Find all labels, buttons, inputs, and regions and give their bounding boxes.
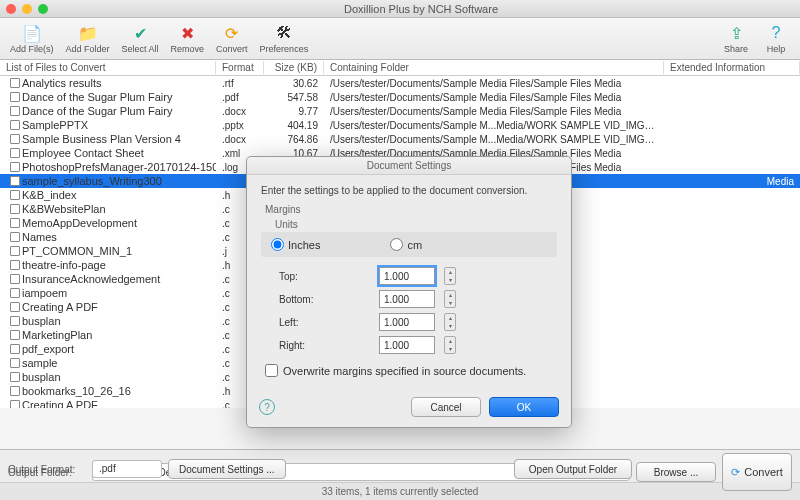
margins-group-label: Margins [265, 204, 557, 215]
dialog-title: Document Settings [247, 157, 571, 175]
maximize-icon[interactable] [38, 4, 48, 14]
bottom-input[interactable] [379, 290, 435, 308]
file-icon [10, 386, 20, 396]
inches-radio-input[interactable] [271, 238, 284, 251]
file-format: .pdf [216, 92, 264, 103]
col-name[interactable]: List of Files to Convert [0, 61, 216, 74]
table-row[interactable]: Analytics results.rtf30.62/Users/tester/… [0, 76, 800, 90]
file-name: bookmarks_10_26_16 [22, 385, 131, 397]
share-icon: ⇪ [726, 23, 746, 43]
file-name: Employee Contact Sheet [22, 147, 144, 159]
cm-radio[interactable]: cm [390, 238, 422, 251]
file-folder: /Users/tester/Documents/Sample M...Media… [324, 120, 664, 131]
select-all-button[interactable]: ✔Select All [116, 21, 165, 56]
right-label: Right: [279, 340, 369, 351]
file-name: busplan [22, 315, 61, 327]
overwrite-checkbox-input[interactable] [265, 364, 278, 377]
document-settings-button[interactable]: Document Settings ... [168, 459, 286, 479]
file-name: PhotoshopPrefsManager-20170124-150239 [22, 161, 216, 173]
ok-button[interactable]: OK [489, 397, 559, 417]
col-size[interactable]: Size (KB) [264, 61, 324, 74]
add-files-button[interactable]: 📄Add File(s) [4, 21, 60, 56]
table-row[interactable]: SamplePPTX.pptx404.19/Users/tester/Docum… [0, 118, 800, 132]
top-stepper[interactable]: ▴▾ [444, 267, 456, 285]
file-name: MemoAppDevelopment [22, 217, 137, 229]
open-output-folder-button[interactable]: Open Output Folder [514, 459, 632, 479]
file-ext: Media [664, 176, 800, 187]
file-name: Sample Business Plan Version 4 [22, 133, 181, 145]
preferences-button[interactable]: 🛠Preferences [254, 21, 315, 56]
file-name: Creating A PDF [22, 399, 98, 408]
remove-icon: ✖ [177, 23, 197, 43]
left-input[interactable] [379, 313, 435, 331]
convert-button[interactable]: ⟳Convert [210, 21, 254, 56]
file-name: busplan [22, 371, 61, 383]
file-icon [10, 148, 20, 158]
cm-radio-input[interactable] [390, 238, 403, 251]
file-icon [10, 120, 20, 130]
file-size: 30.62 [264, 78, 324, 89]
col-ext[interactable]: Extended Information [664, 61, 800, 74]
file-name: Names [22, 231, 57, 243]
share-button[interactable]: ⇪Share [716, 21, 756, 56]
file-name: sample [22, 357, 57, 369]
file-format: .rtf [216, 78, 264, 89]
browse-button[interactable]: Browse ... [636, 462, 716, 482]
file-size: 547.58 [264, 92, 324, 103]
file-format: .docx [216, 134, 264, 145]
bottom-panel: Output Folder: Browse ... ⟳Convert Outpu… [0, 449, 800, 500]
status-bar: 33 items, 1 items currently selected [0, 482, 800, 500]
file-icon [10, 400, 20, 408]
file-folder: /Users/tester/Documents/Sample Media Fil… [324, 106, 664, 117]
overwrite-checkbox[interactable]: Overwrite margins specified in source do… [265, 364, 557, 377]
file-name: sample_syllabus_Writing300 [22, 175, 162, 187]
add-folder-button[interactable]: 📁Add Folder [60, 21, 116, 56]
file-name: MarketingPlan [22, 329, 92, 341]
bottom-stepper[interactable]: ▴▾ [444, 290, 456, 308]
file-icon [10, 330, 20, 340]
left-stepper[interactable]: ▴▾ [444, 313, 456, 331]
select-all-icon: ✔ [130, 23, 150, 43]
close-icon[interactable] [6, 4, 16, 14]
remove-button[interactable]: ✖Remove [165, 21, 211, 56]
convert-main-button[interactable]: ⟳Convert [722, 453, 792, 491]
file-icon [10, 92, 20, 102]
file-icon [10, 260, 20, 270]
table-row[interactable]: Dance of the Sugar Plum Fairy.docx9.77/U… [0, 104, 800, 118]
right-stepper[interactable]: ▴▾ [444, 336, 456, 354]
file-icon [10, 190, 20, 200]
dialog-help-icon[interactable]: ? [259, 399, 275, 415]
add-file-icon: 📄 [22, 23, 42, 43]
file-icon [10, 274, 20, 284]
cancel-button[interactable]: Cancel [411, 397, 481, 417]
file-name: Dance of the Sugar Plum Fairy [22, 105, 172, 117]
file-name: PT_COMMON_MIN_1 [22, 245, 132, 257]
file-icon [10, 232, 20, 242]
convert-icon: ⟳ [222, 23, 242, 43]
file-icon [10, 134, 20, 144]
inches-radio[interactable]: Inches [271, 238, 320, 251]
file-icon [10, 372, 20, 382]
col-folder[interactable]: Containing Folder [324, 61, 664, 74]
output-format-select[interactable]: .pdf [92, 460, 162, 478]
top-label: Top: [279, 271, 369, 282]
minimize-icon[interactable] [22, 4, 32, 14]
preferences-icon: 🛠 [274, 23, 294, 43]
output-format-label: Output Format: [8, 464, 86, 475]
help-button[interactable]: ?Help [756, 21, 796, 56]
table-row[interactable]: Dance of the Sugar Plum Fairy.pdf547.58/… [0, 90, 800, 104]
col-format[interactable]: Format [216, 61, 264, 74]
file-icon [10, 358, 20, 368]
file-icon [10, 344, 20, 354]
file-icon [10, 218, 20, 228]
right-input[interactable] [379, 336, 435, 354]
list-header: List of Files to Convert Format Size (KB… [0, 60, 800, 76]
top-input[interactable] [379, 267, 435, 285]
file-folder: /Users/tester/Documents/Sample Media Fil… [324, 78, 664, 89]
bottom-label: Bottom: [279, 294, 369, 305]
file-icon [10, 246, 20, 256]
table-row[interactable]: Sample Business Plan Version 4.docx764.8… [0, 132, 800, 146]
document-settings-dialog: Document Settings Enter the settings to … [246, 156, 572, 428]
file-icon [10, 316, 20, 326]
file-size: 404.19 [264, 120, 324, 131]
